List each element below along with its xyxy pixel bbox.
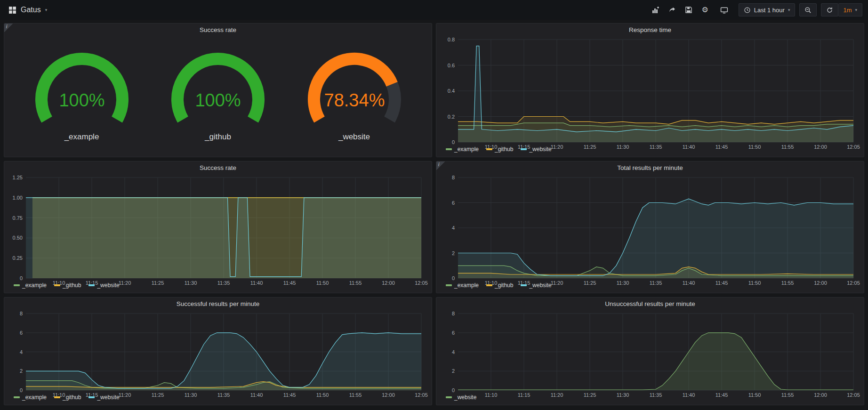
series-fill-_website xyxy=(26,198,421,278)
panel-title[interactable]: Success rate xyxy=(4,24,432,36)
refresh-interval-picker[interactable]: 1m ▾ xyxy=(838,3,862,16)
legend-item-_github[interactable]: _github xyxy=(486,282,513,289)
series-fill-_website xyxy=(26,333,421,390)
legend-label: _website xyxy=(454,394,476,401)
dashboard-picker[interactable]: Gatus ▾ xyxy=(6,4,50,16)
panel-info-corner[interactable]: i xyxy=(4,24,13,32)
legend-item-_example[interactable]: _example xyxy=(14,394,47,401)
legend-swatch xyxy=(88,284,95,286)
legend-swatch xyxy=(486,148,492,150)
legend-item-_github[interactable]: _github xyxy=(54,282,81,289)
y-tick-label: 1.00 xyxy=(13,195,23,201)
panel-info-corner[interactable]: i xyxy=(436,161,445,170)
panel-total-results: i Total results per minute 11:1011:1511:… xyxy=(436,161,864,293)
legend-item-_github[interactable]: _github xyxy=(54,394,81,401)
legend-item-_website[interactable]: _website xyxy=(446,394,476,401)
chart-legend: _website xyxy=(439,393,861,404)
chart-area[interactable]: 11:1011:1511:2011:2511:3011:3511:4011:45… xyxy=(7,310,429,393)
legend-item-_github[interactable]: _github xyxy=(486,146,513,153)
y-tick-label: 6 xyxy=(452,200,455,206)
chart-canvas: 11:1011:1511:2011:2511:3011:3511:4011:45… xyxy=(7,174,429,288)
gauge-_example: 100%_example xyxy=(23,51,141,142)
chart-legend: _example_github_website xyxy=(439,281,861,292)
share-button[interactable] xyxy=(665,4,679,16)
panel-title[interactable]: Unsuccessful results per minute xyxy=(436,297,864,310)
monitor-icon xyxy=(720,6,728,14)
settings-button[interactable]: ⚙ xyxy=(698,4,711,16)
share-icon xyxy=(668,6,676,14)
refresh-icon xyxy=(826,7,833,14)
legend-label: _example xyxy=(22,394,47,401)
panel-title-text: Success rate xyxy=(200,164,236,171)
save-button[interactable] xyxy=(682,4,696,16)
legend-label: _example xyxy=(454,146,479,153)
panel-title-text: Response time xyxy=(629,26,671,33)
save-icon xyxy=(685,6,692,14)
y-tick-label: 8 xyxy=(452,175,455,180)
legend-label: _github xyxy=(495,282,513,289)
y-tick-label: 0 xyxy=(20,387,23,393)
panel-title-text: Unsuccessful results per minute xyxy=(605,300,695,307)
chevron-down-icon: ▾ xyxy=(788,8,790,12)
panel-title[interactable]: Successful results per minute xyxy=(4,297,432,310)
chart-area[interactable]: 11:1011:1511:2011:2511:3011:3511:4011:45… xyxy=(439,36,861,145)
time-range-label: Last 1 hour xyxy=(754,7,785,14)
panel-title[interactable]: Success rate xyxy=(4,161,432,174)
legend-swatch xyxy=(446,396,452,398)
legend-swatch xyxy=(521,284,527,286)
dashboard-row-1: i Success rate 100%_example100%_github78… xyxy=(4,23,864,157)
panel-title-text: Total results per minute xyxy=(617,164,683,171)
y-tick-label: 4 xyxy=(452,349,455,355)
y-tick-label: 2 xyxy=(20,368,23,374)
add-panel-button[interactable] xyxy=(649,4,663,16)
clock-icon xyxy=(744,7,751,14)
legend-item-_website[interactable]: _website xyxy=(521,282,551,289)
legend-swatch xyxy=(14,396,20,398)
chart-area[interactable]: 11:1011:1511:2011:2511:3011:3511:4011:45… xyxy=(439,310,861,393)
gauge-value: 100% xyxy=(195,90,241,110)
zoom-out-button[interactable] xyxy=(799,3,817,16)
legend-item-_example[interactable]: _example xyxy=(446,146,479,153)
dashboard-title: Gatus xyxy=(21,6,41,14)
navbar-actions: ⚙ Last 1 hour ▾ 1m ▾ xyxy=(649,3,862,16)
panel-body: 11:1011:1511:2011:2511:3011:3511:4011:45… xyxy=(436,310,864,405)
chart-area[interactable]: 11:1011:1511:2011:2511:3011:3511:4011:45… xyxy=(439,174,861,281)
chart-area[interactable]: 11:1011:1511:2011:2511:3011:3511:4011:45… xyxy=(7,174,429,281)
series-fill-_website xyxy=(458,199,853,279)
chevron-down-icon: ▾ xyxy=(855,8,857,12)
gauge-label: _github xyxy=(205,132,231,142)
legend-item-_website[interactable]: _website xyxy=(88,394,119,401)
cycle-view-button[interactable] xyxy=(717,4,731,16)
y-tick-label: 0 xyxy=(452,139,455,145)
y-tick-label: 4 xyxy=(452,225,455,231)
legend-label: _website xyxy=(97,282,119,289)
panel-body: 11:1011:1511:2011:2511:3011:3511:4011:45… xyxy=(436,36,864,157)
panel-body: 11:1011:1511:2011:2511:3011:3511:4011:45… xyxy=(4,174,432,293)
legend-item-_example[interactable]: _example xyxy=(446,282,479,289)
refresh-button[interactable] xyxy=(821,3,838,16)
panel-body: 11:1011:1511:2011:2511:3011:3511:4011:45… xyxy=(436,174,864,293)
refresh-interval-label: 1m xyxy=(843,7,852,14)
legend-label: _example xyxy=(22,282,47,289)
panel-body: 11:1011:1511:2011:2511:3011:3511:4011:45… xyxy=(4,310,432,405)
legend-item-_website[interactable]: _website xyxy=(88,282,119,289)
gauge-value: 78.34% xyxy=(324,90,385,110)
legend-swatch xyxy=(54,284,60,286)
panel-unsuccessful-results: Unsuccessful results per minute 11:1011:… xyxy=(436,297,864,405)
chart-legend: _example_github_website xyxy=(439,145,861,156)
legend-item-_example[interactable]: _example xyxy=(14,282,47,289)
panel-title[interactable]: Total results per minute xyxy=(436,161,864,174)
dashboard-row-3: Successful results per minute 11:1011:15… xyxy=(4,297,864,405)
legend-swatch xyxy=(54,396,60,398)
y-tick-label: 0.75 xyxy=(13,215,23,221)
panel-title[interactable]: Response time xyxy=(436,24,864,36)
panel-successful-results: Successful results per minute 11:1011:15… xyxy=(4,297,432,405)
y-tick-label: 8 xyxy=(452,311,455,316)
y-tick-label: 6 xyxy=(452,330,455,336)
legend-label: _github xyxy=(63,394,81,401)
legend-item-_website[interactable]: _website xyxy=(521,146,551,153)
time-range-picker[interactable]: Last 1 hour ▾ xyxy=(739,3,796,16)
panel-title-text: Successful results per minute xyxy=(177,300,259,307)
legend-swatch xyxy=(88,396,95,398)
panel-title-text: Success rate xyxy=(200,26,236,33)
